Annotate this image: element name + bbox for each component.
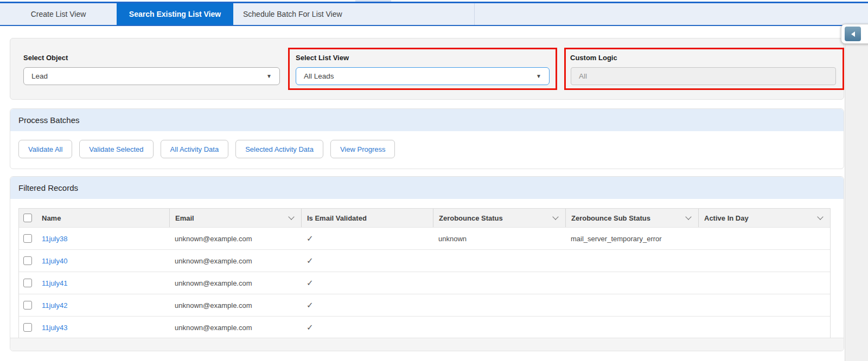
record-name-link[interactable]: 11july42 [42,301,67,310]
select-list-view-dropdown[interactable]: All Leads ▼ [296,67,550,85]
record-zerobounce-status [433,250,565,272]
validate-all-button[interactable]: Validate All [18,140,72,158]
table-row: 11july40 unknown@example.com ✓ [19,249,830,272]
app-window: Create List View Search Existing List Vi… [0,0,868,361]
validated-checkmark-icon: ✓ [301,272,433,294]
select-all-checkbox[interactable] [23,214,32,222]
chevron-down-icon[interactable] [288,214,294,220]
validate-selected-button[interactable]: Validate Selected [79,140,153,158]
filtered-records-panel: Filtered Records Name Email Is Email Val… [10,176,844,351]
header-checkbox-cell [19,209,36,227]
row-checkbox[interactable] [23,279,32,287]
record-zerobounce-sub-status [565,272,698,294]
process-batches-title: Process Batches [10,109,844,131]
record-email: unknown@example.com [169,294,301,316]
record-email: unknown@example.com [169,317,301,338]
record-zerobounce-status: unknown [433,228,565,249]
validated-checkmark-icon: ✓ [301,294,433,316]
table-row: 11july43 unknown@example.com ✓ [19,316,830,338]
row-checkbox[interactable] [23,301,32,310]
record-active-in-day [698,250,830,272]
record-email: unknown@example.com [169,228,301,249]
table-row: 11july41 unknown@example.com ✓ [19,272,830,294]
record-active-in-day [698,272,830,294]
record-name-link[interactable]: 11july40 [42,257,67,265]
select-object-label: Select Object [23,54,68,62]
tab-create-list-view[interactable]: Create List View [0,3,117,25]
select-object-dropdown[interactable]: Lead ▼ [23,67,280,85]
tab-bar: Create List View Search Existing List Vi… [0,3,868,26]
table-header-row: Name Email Is Email Validated Zerobounce… [19,209,830,227]
record-zerobounce-sub-status [565,294,698,316]
row-checkbox[interactable] [23,234,32,243]
record-zerobounce-sub-status [565,250,698,272]
validated-checkmark-icon: ✓ [301,228,433,249]
column-header-zerobounce-status[interactable]: Zerobounce Status [433,209,565,227]
chevron-down-icon[interactable] [817,214,823,220]
column-header-active-in-day[interactable]: Active In Day [698,209,830,227]
record-name-link[interactable]: 11july43 [42,324,67,332]
column-header-is-email-validated: Is Email Validated [301,209,433,227]
table-footer-strip [10,338,844,351]
record-name-link[interactable]: 11july38 [42,235,67,243]
record-email: unknown@example.com [169,250,301,272]
process-batches-buttons: Validate All Validate Selected All Activ… [10,131,844,167]
select-list-view-value: All Leads [304,72,334,80]
record-active-in-day [698,294,830,316]
record-zerobounce-status [433,272,565,294]
record-zerobounce-sub-status [565,317,698,338]
view-progress-button[interactable]: View Progress [330,140,395,158]
tab-search-existing-list-view[interactable]: Search Existing List View [117,3,233,25]
table-row: 11july42 unknown@example.com ✓ [19,294,830,316]
column-header-zerobounce-sub-status[interactable]: Zerobounce Sub Status [565,209,698,227]
dropdown-arrow-icon: ▼ [266,73,272,79]
validated-checkmark-icon: ✓ [301,317,433,338]
table-row: 11july38 unknown@example.com ✓ unknown m… [19,227,830,249]
selected-activity-data-button[interactable]: Selected Activity Data [235,140,323,158]
process-batches-panel: Process Batches Validate All Validate Se… [10,108,844,169]
tab-schedule-batch-for-list-view[interactable]: Schedule Batch For List View [233,3,475,25]
record-zerobounce-sub-status: mail_server_temporary_error [565,228,698,249]
collapse-arrow-icon [845,27,861,41]
record-zerobounce-status [433,317,565,338]
chevron-down-icon[interactable] [685,214,691,220]
custom-logic-input[interactable] [571,67,836,85]
record-active-in-day [698,317,830,338]
record-zerobounce-status [433,294,565,316]
record-email: unknown@example.com [169,272,301,294]
right-gutter [845,26,868,361]
filtered-records-title: Filtered Records [10,177,844,199]
select-list-view-label: Select List View [296,54,349,62]
records-table: Name Email Is Email Validated Zerobounce… [18,208,831,339]
all-activity-data-button[interactable]: All Activity Data [161,140,229,158]
sidebar-toggle-button[interactable] [841,24,868,44]
dropdown-arrow-icon: ▼ [536,73,541,79]
column-header-name: Name [36,209,169,227]
row-checkbox[interactable] [23,323,32,332]
validated-checkmark-icon: ✓ [301,250,433,272]
record-name-link[interactable]: 11july41 [42,279,67,287]
record-active-in-day [698,228,830,249]
chevron-down-icon[interactable] [552,214,558,220]
row-checkbox[interactable] [23,256,32,265]
column-header-email[interactable]: Email [169,209,301,227]
select-object-value: Lead [31,72,48,80]
custom-logic-label: Custom Logic [570,54,617,62]
